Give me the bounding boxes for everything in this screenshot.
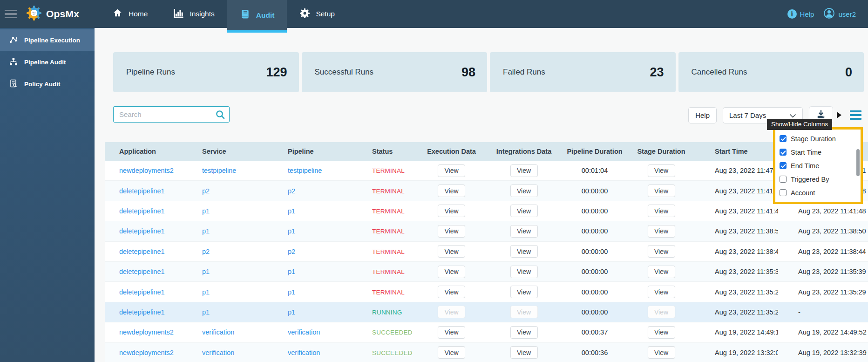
column-checkbox[interactable] (780, 135, 787, 142)
column-header-integrations-data: Integrations Data (487, 148, 561, 155)
show-hide-columns-button[interactable] (850, 110, 861, 120)
application-link[interactable]: newdeployments2 (119, 349, 174, 356)
execution-data-view-button[interactable]: View (438, 184, 465, 197)
card-label: Failed Runs (503, 68, 545, 77)
integrations-data-view-button[interactable]: View (510, 266, 538, 278)
service-link[interactable]: p1 (202, 288, 210, 296)
integrations-data-view-button[interactable]: View (510, 205, 538, 217)
column-toggle-option[interactable]: Triggered By (775, 172, 861, 186)
nav-tab-home[interactable]: Home (100, 0, 160, 28)
execution-data-view-button[interactable]: View (438, 205, 465, 217)
stage-duration-view-button[interactable]: View (648, 266, 675, 278)
service-link[interactable]: verification (202, 328, 234, 336)
stage-duration-view-button[interactable]: View (648, 184, 675, 197)
help-menu[interactable]: Help (787, 9, 814, 19)
column-checkbox[interactable] (780, 189, 787, 196)
execution-data-view-button[interactable]: View (438, 245, 465, 258)
pipeline-link[interactable]: verification (288, 349, 320, 356)
integrations-data-view-button[interactable]: View (510, 286, 538, 298)
pipeline-link[interactable]: testpipeline (288, 167, 322, 174)
pipeline-link[interactable]: p1 (288, 268, 295, 275)
column-checkbox[interactable] (780, 149, 787, 156)
service-link[interactable]: p2 (202, 248, 210, 255)
pipeline-link[interactable]: p1 (288, 288, 295, 296)
nav-tab-setup[interactable]: Setup (287, 0, 347, 28)
column-checkbox[interactable] (780, 176, 787, 183)
execution-data-view-button[interactable]: View (438, 286, 465, 298)
application-link[interactable]: deletepipeline1 (119, 308, 165, 316)
execution-data-view-button[interactable]: View (438, 266, 465, 278)
user-menu[interactable]: user2 (823, 7, 856, 20)
integrations-data-view-button[interactable]: View (510, 306, 538, 318)
start-time-value: Aug 19, 2022 14:49:15 (715, 328, 778, 336)
stage-duration-view-button[interactable]: View (648, 245, 675, 258)
sidebar-item-label: Pipeline Execution (24, 37, 80, 44)
column-toggle-option[interactable]: End Time (775, 159, 861, 172)
pipeline-link[interactable]: p2 (288, 248, 295, 255)
menu-scrollbar-thumb[interactable] (856, 149, 860, 176)
start-time-value: Aug 23, 2022 11:38:44 (715, 248, 778, 255)
integrations-data-view-button[interactable]: View (510, 225, 538, 238)
table-help-button[interactable]: Help (688, 107, 717, 123)
service-link[interactable]: p1 (202, 207, 210, 215)
search-icon[interactable] (215, 109, 225, 122)
card-value: 129 (266, 65, 287, 80)
stage-duration-view-button[interactable]: View (648, 326, 675, 339)
pipeline-link[interactable]: verification (288, 328, 320, 336)
service-link[interactable]: p1 (202, 308, 210, 316)
execution-data-view-button[interactable]: View (438, 326, 465, 339)
service-link[interactable]: p1 (202, 227, 210, 235)
stage-duration-view-button[interactable]: View (648, 164, 675, 177)
sidebar-item-pipeline-execution[interactable]: Pipeline Execution (0, 29, 95, 51)
column-option-label: Account (791, 189, 815, 197)
service-link[interactable]: verification (202, 349, 234, 356)
application-link[interactable]: deletepipeline1 (119, 187, 165, 195)
nav-hamburger-icon[interactable] (5, 10, 17, 19)
execution-data-view-button[interactable]: View (438, 225, 465, 238)
sidebar-item-policy-audit[interactable]: Policy Audit (0, 73, 95, 95)
application-link[interactable]: deletepipeline1 (119, 288, 165, 296)
pipeline-link[interactable]: p1 (288, 308, 295, 316)
service-link[interactable]: testpipeline (202, 167, 236, 174)
integrations-data-view-button[interactable]: View (510, 326, 538, 339)
column-toggle-option[interactable]: Start Time (775, 145, 861, 159)
application-link[interactable]: deletepipeline1 (119, 268, 165, 275)
column-checkbox[interactable] (780, 162, 787, 169)
pipeline-link[interactable]: p1 (288, 227, 295, 235)
nav-tab-insights[interactable]: Insights (160, 0, 227, 28)
caret-right-icon[interactable] (837, 112, 841, 118)
column-header-pipeline: Pipeline (273, 148, 352, 155)
stage-duration-view-button[interactable]: View (648, 225, 675, 238)
nav-tab-audit[interactable]: Audit (227, 0, 287, 33)
column-toggle-option[interactable]: Account (775, 186, 861, 199)
stage-duration-view-button[interactable]: View (648, 346, 675, 359)
execution-data-view-button[interactable]: View (438, 306, 465, 318)
integrations-data-view-button[interactable]: View (510, 245, 538, 258)
pipeline-link[interactable]: p2 (288, 187, 295, 195)
integrations-data-view-button[interactable]: View (510, 346, 538, 359)
application-link[interactable]: deletepipeline1 (119, 207, 165, 215)
sidebar-item-pipeline-audit[interactable]: Pipeline Audit (0, 51, 95, 73)
pipeline-link[interactable]: p1 (288, 207, 295, 215)
service-link[interactable]: p2 (202, 187, 210, 195)
summary-card: Pipeline Runs 129 (113, 52, 299, 92)
execution-data-view-button[interactable]: View (438, 346, 465, 359)
application-link[interactable]: newdeployments2 (119, 167, 174, 174)
pipeline-duration-value: 00:00:00 (582, 308, 608, 316)
end-time-value: Aug 23, 2022 11:35:29 (798, 288, 866, 296)
application-link[interactable]: newdeployments2 (119, 328, 174, 336)
search-input[interactable] (113, 106, 230, 123)
status-label: TERMINAL (372, 228, 405, 235)
brand-logo[interactable]: OpsMx (26, 5, 79, 23)
application-link[interactable]: deletepipeline1 (119, 248, 165, 255)
status-label: TERMINAL (372, 208, 405, 215)
column-toggle-option[interactable]: Stage Duration (775, 132, 861, 145)
application-link[interactable]: deletepipeline1 (119, 227, 165, 235)
execution-data-view-button[interactable]: View (438, 164, 465, 177)
stage-duration-view-button[interactable]: View (648, 286, 675, 298)
stage-duration-view-button[interactable]: View (648, 306, 675, 318)
integrations-data-view-button[interactable]: View (510, 164, 538, 177)
integrations-data-view-button[interactable]: View (510, 184, 538, 197)
service-link[interactable]: p1 (202, 268, 210, 275)
stage-duration-view-button[interactable]: View (648, 205, 675, 217)
